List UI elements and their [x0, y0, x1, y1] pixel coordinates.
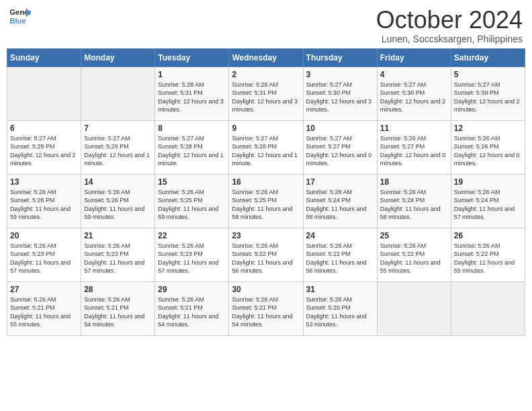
calendar-day-cell: 10Sunrise: 5:27 AM Sunset: 5:27 PM Dayli… [303, 120, 377, 174]
calendar-day-cell: 2Sunrise: 5:28 AM Sunset: 5:31 PM Daylig… [229, 66, 303, 120]
location-subtitle: Lunen, Soccsksargen, Philippines [376, 34, 523, 44]
day-of-week-header: Monday [81, 48, 155, 66]
calendar-day-cell: 8Sunrise: 5:27 AM Sunset: 5:28 PM Daylig… [155, 120, 229, 174]
day-number: 10 [306, 124, 374, 133]
day-of-week-header: Sunday [7, 48, 81, 66]
calendar-day-cell: 3Sunrise: 5:27 AM Sunset: 5:30 PM Daylig… [303, 66, 377, 120]
day-content: Sunrise: 5:27 AM Sunset: 5:30 PM Dayligh… [380, 81, 448, 114]
day-content: Sunrise: 5:27 AM Sunset: 5:29 PM Dayligh… [84, 134, 152, 168]
day-number: 3 [306, 70, 374, 79]
day-number: 13 [10, 177, 78, 187]
day-number: 29 [158, 285, 226, 294]
day-number: 1 [158, 70, 226, 79]
day-content: Sunrise: 5:26 AM Sunset: 5:26 PM Dayligh… [84, 188, 152, 222]
calendar-day-cell: 15Sunrise: 5:26 AM Sunset: 5:25 PM Dayli… [155, 174, 229, 228]
calendar-day-cell: 21Sunrise: 5:26 AM Sunset: 5:23 PM Dayli… [81, 228, 155, 281]
day-content: Sunrise: 5:27 AM Sunset: 5:29 PM Dayligh… [10, 134, 78, 168]
calendar-day-cell: 28Sunrise: 5:26 AM Sunset: 5:21 PM Dayli… [81, 281, 155, 335]
calendar-day-cell: 12Sunrise: 5:26 AM Sunset: 5:26 PM Dayli… [451, 120, 525, 174]
day-number: 18 [380, 177, 448, 187]
day-of-week-header: Wednesday [229, 48, 303, 66]
calendar-table: SundayMondayTuesdayWednesdayThursdayFrid… [7, 48, 525, 336]
day-content: Sunrise: 5:26 AM Sunset: 5:23 PM Dayligh… [84, 242, 152, 275]
calendar-day-cell [7, 66, 81, 120]
calendar-day-cell [451, 281, 525, 335]
day-number: 20 [10, 231, 78, 240]
day-content: Sunrise: 5:27 AM Sunset: 5:28 PM Dayligh… [158, 134, 226, 168]
calendar-day-cell: 6Sunrise: 5:27 AM Sunset: 5:29 PM Daylig… [7, 120, 81, 174]
day-number: 28 [84, 285, 152, 294]
day-content: Sunrise: 5:26 AM Sunset: 5:23 PM Dayligh… [10, 242, 78, 275]
calendar-day-cell: 1Sunrise: 5:28 AM Sunset: 5:31 PM Daylig… [155, 66, 229, 120]
calendar-day-cell: 18Sunrise: 5:26 AM Sunset: 5:24 PM Dayli… [377, 174, 451, 228]
day-number: 26 [454, 231, 522, 240]
calendar-week-row: 13Sunrise: 5:26 AM Sunset: 5:26 PM Dayli… [7, 174, 525, 228]
day-of-week-header: Tuesday [155, 48, 229, 66]
calendar-header-row: SundayMondayTuesdayWednesdayThursdayFrid… [7, 48, 525, 66]
calendar-day-cell: 22Sunrise: 5:26 AM Sunset: 5:23 PM Dayli… [155, 228, 229, 281]
calendar-day-cell: 11Sunrise: 5:26 AM Sunset: 5:27 PM Dayli… [377, 120, 451, 174]
day-content: Sunrise: 5:28 AM Sunset: 5:31 PM Dayligh… [158, 81, 226, 114]
calendar-day-cell: 23Sunrise: 5:26 AM Sunset: 5:22 PM Dayli… [229, 228, 303, 281]
day-number: 8 [158, 124, 226, 133]
day-content: Sunrise: 5:26 AM Sunset: 5:22 PM Dayligh… [232, 242, 300, 275]
month-title: October 2024 [376, 7, 523, 34]
calendar-day-cell: 13Sunrise: 5:26 AM Sunset: 5:26 PM Dayli… [7, 174, 81, 228]
day-content: Sunrise: 5:27 AM Sunset: 5:30 PM Dayligh… [306, 81, 374, 114]
day-content: Sunrise: 5:27 AM Sunset: 5:27 PM Dayligh… [306, 134, 374, 168]
day-number: 27 [10, 285, 78, 294]
day-number: 24 [306, 231, 374, 240]
day-content: Sunrise: 5:26 AM Sunset: 5:25 PM Dayligh… [158, 188, 226, 222]
title-block: October 2024 Lunen, Soccsksargen, Philip… [376, 7, 523, 44]
day-content: Sunrise: 5:26 AM Sunset: 5:22 PM Dayligh… [306, 242, 374, 275]
logo: General Blue [9, 7, 31, 26]
calendar-day-cell: 25Sunrise: 5:26 AM Sunset: 5:22 PM Dayli… [377, 228, 451, 281]
calendar-day-cell: 26Sunrise: 5:26 AM Sunset: 5:22 PM Dayli… [451, 228, 525, 281]
calendar-week-row: 27Sunrise: 5:26 AM Sunset: 5:21 PM Dayli… [7, 281, 525, 335]
calendar-day-cell: 30Sunrise: 5:26 AM Sunset: 5:21 PM Dayli… [229, 281, 303, 335]
day-content: Sunrise: 5:26 AM Sunset: 5:21 PM Dayligh… [232, 295, 300, 329]
calendar-day-cell: 19Sunrise: 5:26 AM Sunset: 5:24 PM Dayli… [451, 174, 525, 228]
day-content: Sunrise: 5:26 AM Sunset: 5:26 PM Dayligh… [10, 188, 78, 222]
day-number: 16 [232, 177, 300, 187]
calendar-day-cell [81, 66, 155, 120]
calendar-day-cell: 29Sunrise: 5:26 AM Sunset: 5:21 PM Dayli… [155, 281, 229, 335]
calendar-week-row: 20Sunrise: 5:26 AM Sunset: 5:23 PM Dayli… [7, 228, 525, 281]
page-header: General Blue October 2024 Lunen, Soccsks… [7, 7, 525, 44]
calendar-day-cell: 20Sunrise: 5:26 AM Sunset: 5:23 PM Dayli… [7, 228, 81, 281]
day-content: Sunrise: 5:26 AM Sunset: 5:21 PM Dayligh… [10, 295, 78, 329]
day-of-week-header: Friday [377, 48, 451, 66]
day-number: 2 [232, 70, 300, 79]
day-number: 4 [380, 70, 448, 79]
day-content: Sunrise: 5:26 AM Sunset: 5:21 PM Dayligh… [158, 295, 226, 329]
day-content: Sunrise: 5:26 AM Sunset: 5:20 PM Dayligh… [306, 295, 374, 329]
day-number: 14 [84, 177, 152, 187]
day-content: Sunrise: 5:26 AM Sunset: 5:24 PM Dayligh… [306, 188, 374, 222]
day-number: 7 [84, 124, 152, 133]
calendar-day-cell [377, 281, 451, 335]
calendar-day-cell: 7Sunrise: 5:27 AM Sunset: 5:29 PM Daylig… [81, 120, 155, 174]
calendar-week-row: 1Sunrise: 5:28 AM Sunset: 5:31 PM Daylig… [7, 66, 525, 120]
day-number: 17 [306, 177, 374, 187]
calendar-day-cell: 31Sunrise: 5:26 AM Sunset: 5:20 PM Dayli… [303, 281, 377, 335]
day-content: Sunrise: 5:26 AM Sunset: 5:22 PM Dayligh… [454, 242, 522, 275]
day-content: Sunrise: 5:26 AM Sunset: 5:24 PM Dayligh… [454, 188, 522, 222]
day-number: 21 [84, 231, 152, 240]
day-number: 31 [306, 285, 374, 294]
svg-text:Blue: Blue [9, 17, 26, 25]
day-of-week-header: Saturday [451, 48, 525, 66]
day-content: Sunrise: 5:26 AM Sunset: 5:27 PM Dayligh… [380, 134, 448, 168]
calendar-day-cell: 14Sunrise: 5:26 AM Sunset: 5:26 PM Dayli… [81, 174, 155, 228]
logo-icon: General Blue [9, 7, 31, 26]
calendar-day-cell: 24Sunrise: 5:26 AM Sunset: 5:22 PM Dayli… [303, 228, 377, 281]
calendar-day-cell: 4Sunrise: 5:27 AM Sunset: 5:30 PM Daylig… [377, 66, 451, 120]
day-number: 5 [454, 70, 522, 79]
calendar-week-row: 6Sunrise: 5:27 AM Sunset: 5:29 PM Daylig… [7, 120, 525, 174]
day-number: 9 [232, 124, 300, 133]
day-number: 30 [232, 285, 300, 294]
day-number: 19 [454, 177, 522, 187]
day-content: Sunrise: 5:26 AM Sunset: 5:25 PM Dayligh… [232, 188, 300, 222]
day-number: 15 [158, 177, 226, 187]
calendar-day-cell: 5Sunrise: 5:27 AM Sunset: 5:30 PM Daylig… [451, 66, 525, 120]
day-content: Sunrise: 5:26 AM Sunset: 5:23 PM Dayligh… [158, 242, 226, 275]
